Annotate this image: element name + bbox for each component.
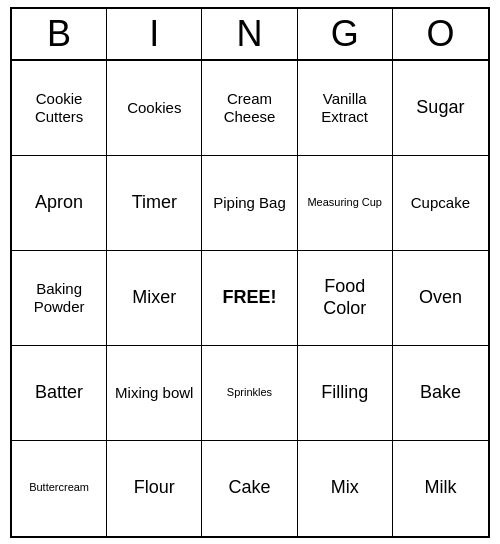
- bingo-cell: Cookie Cutters: [12, 61, 107, 156]
- bingo-cell: Buttercream: [12, 441, 107, 536]
- bingo-cell: Bake: [393, 346, 488, 441]
- bingo-cell: Food Color: [298, 251, 393, 346]
- bingo-cell: Vanilla Extract: [298, 61, 393, 156]
- bingo-card: BINGO Cookie CuttersCookiesCream CheeseV…: [10, 7, 490, 538]
- bingo-cell: Apron: [12, 156, 107, 251]
- bingo-cell: Baking Powder: [12, 251, 107, 346]
- bingo-cell: Mixer: [107, 251, 202, 346]
- bingo-grid: Cookie CuttersCookiesCream CheeseVanilla…: [12, 61, 488, 536]
- header-letter: O: [393, 9, 488, 59]
- header-letter: G: [298, 9, 393, 59]
- bingo-cell: Flour: [107, 441, 202, 536]
- bingo-cell: Milk: [393, 441, 488, 536]
- bingo-cell: Cream Cheese: [202, 61, 297, 156]
- bingo-cell: Sprinkles: [202, 346, 297, 441]
- bingo-cell: Cake: [202, 441, 297, 536]
- bingo-cell: Measuring Cup: [298, 156, 393, 251]
- bingo-cell: Timer: [107, 156, 202, 251]
- header-letter: N: [202, 9, 297, 59]
- bingo-header: BINGO: [12, 9, 488, 61]
- bingo-cell: Cookies: [107, 61, 202, 156]
- bingo-cell: Batter: [12, 346, 107, 441]
- bingo-cell: Mixing bowl: [107, 346, 202, 441]
- bingo-cell: Piping Bag: [202, 156, 297, 251]
- bingo-cell: Filling: [298, 346, 393, 441]
- header-letter: B: [12, 9, 107, 59]
- bingo-cell: Oven: [393, 251, 488, 346]
- bingo-cell: Cupcake: [393, 156, 488, 251]
- bingo-cell: FREE!: [202, 251, 297, 346]
- bingo-cell: Mix: [298, 441, 393, 536]
- header-letter: I: [107, 9, 202, 59]
- bingo-cell: Sugar: [393, 61, 488, 156]
